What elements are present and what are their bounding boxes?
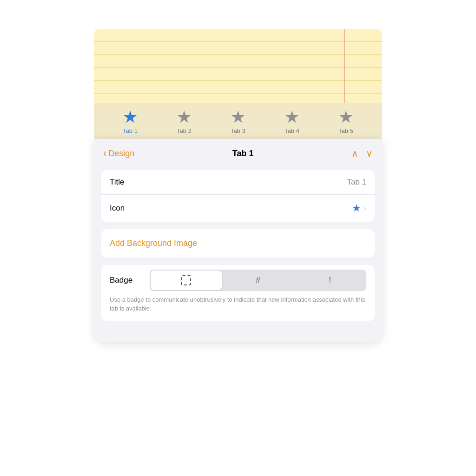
tab1-label: Tab 1: [123, 127, 138, 134]
tab4-label: Tab 4: [284, 127, 299, 134]
badge-card: Badge # ! Use a badge to communicate uno…: [101, 265, 375, 321]
title-row-value: Tab 1: [347, 178, 366, 187]
nav-up-button[interactable]: ∧: [351, 148, 358, 159]
tab-item-2[interactable]: ★ Tab 2: [177, 109, 192, 134]
tab3-star-icon: ★: [231, 109, 245, 126]
badge-hash-icon: #: [256, 276, 260, 285]
notepad-lines: [94, 29, 382, 103]
notepad-red-line: [344, 29, 345, 103]
tab-item-1[interactable]: ★ Tab 1: [123, 109, 138, 134]
tab-item-5[interactable]: ★ Tab 5: [338, 109, 353, 134]
icon-row[interactable]: Icon ★ ›: [101, 194, 375, 222]
title-row[interactable]: Title Tab 1: [101, 170, 375, 194]
badge-segment-control: # !: [150, 270, 366, 291]
back-button[interactable]: ‹ Design: [103, 148, 134, 159]
nav-down-button[interactable]: ∨: [366, 148, 373, 159]
tab-item-4[interactable]: ★ Tab 4: [284, 109, 299, 134]
icon-star-icon: ★: [352, 202, 361, 214]
tab-bar: ★ Tab 1 ★ Tab 2 ★ Tab 3 ★ Tab 4 ★ Tab 5: [94, 103, 382, 139]
back-label: Design: [108, 149, 134, 159]
badge-exclaim-icon: !: [329, 276, 331, 285]
notepad-background: [94, 29, 382, 103]
settings-panel: ‹ Design Tab 1 ∧ ∨ Title Tab 1 Icon ★ ›: [94, 139, 382, 342]
tab3-label: Tab 3: [231, 127, 245, 134]
badge-description: Use a badge to communicate unobtrusively…: [101, 296, 375, 321]
phone-container: ★ Tab 1 ★ Tab 2 ★ Tab 3 ★ Tab 4 ★ Tab 5 …: [94, 29, 382, 447]
badge-label: Badge: [110, 276, 142, 285]
badge-none-icon: [181, 275, 191, 285]
tab1-star-icon: ★: [123, 109, 138, 126]
add-background-image-button[interactable]: Add Background Image: [101, 229, 375, 258]
badge-option-exclaim[interactable]: !: [294, 271, 365, 290]
badge-row: Badge # !: [101, 265, 375, 296]
tab2-label: Tab 2: [177, 127, 192, 134]
tab5-label: Tab 5: [338, 127, 353, 134]
icon-row-value: ★ ›: [352, 202, 366, 214]
icon-row-label: Icon: [110, 204, 125, 213]
badge-option-none[interactable]: [151, 271, 222, 290]
tab5-star-icon: ★: [338, 109, 353, 126]
title-icon-card: Title Tab 1 Icon ★ ›: [101, 170, 375, 222]
nav-arrows: ∧ ∨: [351, 148, 373, 159]
tab2-star-icon: ★: [177, 109, 192, 126]
tab4-star-icon: ★: [284, 109, 299, 126]
badge-option-hash[interactable]: #: [223, 271, 294, 290]
tab-item-3[interactable]: ★ Tab 3: [231, 109, 245, 134]
title-value-text: Tab 1: [347, 178, 366, 187]
back-chevron-icon: ‹: [103, 148, 106, 159]
panel-header: ‹ Design Tab 1 ∧ ∨: [101, 148, 375, 159]
add-background-label: Add Background Image: [110, 238, 197, 248]
panel-title: Tab 1: [232, 149, 254, 159]
title-row-label: Title: [110, 178, 125, 187]
icon-chevron-icon: ›: [364, 204, 366, 212]
